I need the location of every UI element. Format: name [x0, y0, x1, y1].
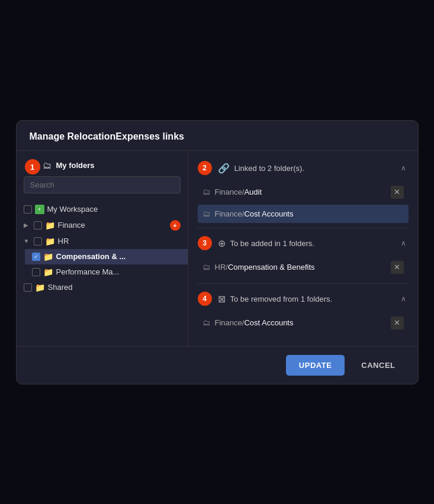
checkbox-compensation[interactable]	[32, 253, 40, 261]
workspace-icon: +	[35, 205, 44, 214]
link-icon: 🔗	[218, 163, 230, 174]
modal-title: Manage RelocationExpenses links	[30, 131, 184, 141]
comp-benefits-path: HR/Compensation & Benefits	[215, 263, 386, 272]
remove-comp-benefits-button[interactable]: ✕	[391, 261, 404, 274]
shared-label: Shared	[48, 283, 181, 292]
link-item-remove-cost-accounts: 🗂 Finance/Cost Accounts ✕	[198, 312, 409, 334]
remove-cost-path: Finance/Cost Accounts	[215, 318, 386, 327]
tree-item-performance[interactable]: 📁 Performance Ma...	[25, 264, 188, 280]
remove-cost-accounts-button[interactable]: ✕	[391, 316, 404, 329]
compensation-folder-icon: 📁	[43, 252, 53, 261]
my-folders-title: My folders	[56, 161, 178, 170]
to-add-section-header[interactable]: 3 ⊕ To be added in 1 folders. ∧	[198, 233, 409, 254]
finance-plus-badge: +	[170, 220, 181, 231]
checkbox-my-workspace[interactable]	[24, 205, 32, 214]
tree-item-my-workspace[interactable]: + My Workspace	[17, 202, 188, 217]
tree-item-shared[interactable]: 📁 Shared	[17, 280, 188, 295]
update-button[interactable]: UPDATE	[286, 355, 345, 376]
finance-label: Finance	[58, 221, 167, 230]
plus-circle-icon: ⊕	[218, 238, 226, 249]
link-item-audit: 🗂 Finance/Audit ✕	[198, 181, 409, 203]
manage-links-modal: Manage RelocationExpenses links 1 🗂 My f…	[16, 120, 419, 385]
remove-audit-button[interactable]: ✕	[391, 186, 404, 199]
performance-folder-icon: 📁	[43, 267, 53, 277]
divider-2	[198, 283, 409, 284]
linked-chevron: ∧	[401, 164, 406, 172]
hr-chevron: ▼	[24, 238, 31, 244]
folder-tree: + My Workspace ▶ 📁 Finance + ▼	[17, 199, 188, 339]
checkbox-shared[interactable]	[24, 283, 32, 292]
left-panel: 1 🗂 My folders + My Workspace	[17, 151, 188, 346]
to-add-chevron: ∧	[401, 239, 406, 247]
hr-folder-icon: 📁	[45, 237, 55, 246]
linked-section: 2 🔗 Linked to 2 folder(s). ∧ 🗂 Finance/A…	[198, 158, 409, 223]
audit-path: Finance/Audit	[215, 188, 386, 196]
to-add-section: 3 ⊕ To be added in 1 folders. ∧ 🗂 HR/Com…	[198, 233, 409, 279]
modal-footer: UPDATE CANCEL	[17, 346, 418, 384]
to-add-title: To be added in 1 folders.	[230, 239, 396, 248]
compensation-label: Compensation & ...	[56, 252, 181, 261]
modal-header: Manage RelocationExpenses links	[17, 121, 418, 151]
comp-benefits-folder-icon: 🗂	[202, 263, 210, 272]
to-remove-chevron: ∧	[401, 295, 406, 303]
cost-accounts-path: Finance/Cost Accounts	[215, 209, 404, 218]
audit-folder-icon: 🗂	[202, 188, 210, 196]
my-folders-icon: 🗂	[43, 160, 52, 170]
remove-cost-folder-icon: 🗂	[202, 318, 210, 327]
right-panel: 2 🔗 Linked to 2 folder(s). ∧ 🗂 Finance/A…	[188, 151, 418, 346]
divider-1	[198, 228, 409, 228]
modal-body: 1 🗂 My folders + My Workspace	[17, 151, 418, 346]
link-item-compensation-benefits: 🗂 HR/Compensation & Benefits ✕	[198, 256, 409, 279]
to-remove-title: To be removed from 1 folders.	[230, 295, 396, 303]
tree-item-hr[interactable]: ▼ 📁 HR	[17, 234, 188, 249]
x-square-icon: ⊠	[218, 293, 226, 305]
checkbox-performance[interactable]	[32, 268, 40, 276]
search-input[interactable]	[24, 176, 181, 193]
to-remove-section: 4 ⊠ To be removed from 1 folders. ∧ 🗂 Fi…	[198, 289, 409, 334]
to-remove-section-header[interactable]: 4 ⊠ To be removed from 1 folders. ∧	[198, 289, 409, 309]
tree-item-compensation[interactable]: 📁 Compensation & ...	[25, 249, 188, 264]
hr-label: HR	[58, 237, 181, 245]
performance-label: Performance Ma...	[56, 267, 181, 276]
my-workspace-label: My Workspace	[47, 205, 181, 214]
step-1-badge: 1	[25, 159, 40, 175]
step-3-badge: 3	[198, 236, 212, 250]
linked-section-header[interactable]: 2 🔗 Linked to 2 folder(s). ∧	[198, 158, 409, 179]
checkbox-hr[interactable]	[34, 237, 42, 245]
step-4-badge: 4	[198, 292, 212, 306]
tree-item-finance[interactable]: ▶ 📁 Finance +	[17, 217, 188, 234]
linked-title: Linked to 2 folder(s).	[234, 164, 396, 173]
link-item-cost-accounts: 🗂 Finance/Cost Accounts	[198, 205, 409, 223]
finance-chevron: ▶	[24, 222, 31, 228]
step-2-badge: 2	[198, 161, 212, 175]
finance-folder-icon: 📁	[45, 221, 55, 230]
cancel-button[interactable]: CANCEL	[352, 355, 404, 376]
checkbox-finance[interactable]	[34, 221, 42, 230]
cost-accounts-folder-icon: 🗂	[202, 209, 210, 218]
shared-folder-icon: 📁	[35, 283, 45, 292]
